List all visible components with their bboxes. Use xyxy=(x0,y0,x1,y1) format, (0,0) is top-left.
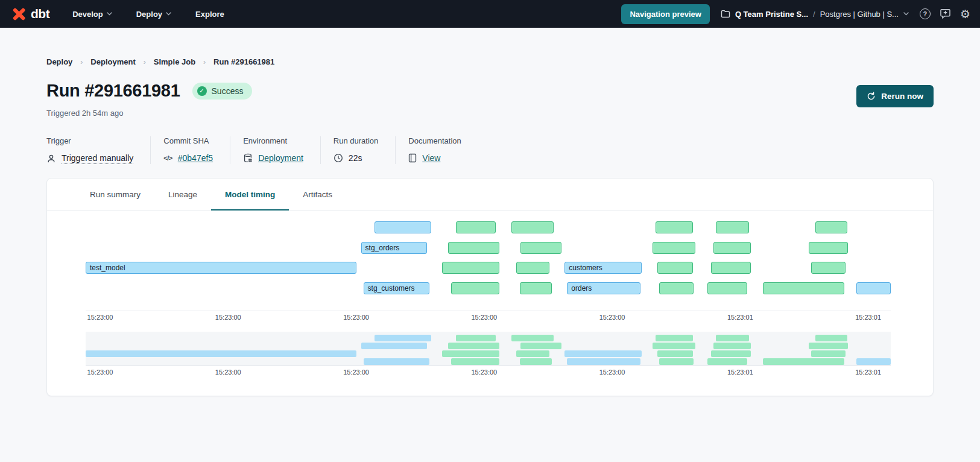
nav-deploy[interactable]: Deploy xyxy=(136,10,171,19)
run-detail-page: Deploy › Deployment › SImple Job › Run #… xyxy=(46,28,934,396)
gantt-bar[interactable] xyxy=(520,343,561,349)
gantt-bar[interactable] xyxy=(656,335,692,341)
trigger-value[interactable]: Triggered manually xyxy=(62,153,133,164)
time-axis-line xyxy=(86,311,891,311)
gantt-bar[interactable] xyxy=(815,335,847,341)
tab-model-timing[interactable]: Model timing xyxy=(211,179,289,210)
gantt-bar[interactable] xyxy=(711,350,750,357)
rerun-now-button[interactable]: Rerun now xyxy=(856,85,934,107)
tab-lineage[interactable]: Lineage xyxy=(154,179,211,210)
gantt-bar[interactable] xyxy=(375,221,431,233)
project-name: Postgres | Github | S... xyxy=(820,10,899,19)
breadcrumb-deployment[interactable]: Deployment xyxy=(90,57,135,66)
gantt-bar[interactable] xyxy=(659,282,694,294)
gantt-bar-stg_customers[interactable] xyxy=(364,358,429,365)
documentation-view-link[interactable]: View xyxy=(422,153,440,163)
gantt-bar[interactable] xyxy=(520,282,552,294)
gantt-bar[interactable] xyxy=(653,343,695,349)
axis-tick-label: 15:23:00 xyxy=(215,369,241,376)
gantt-bar-customers[interactable]: customers xyxy=(564,262,642,274)
gantt-bar[interactable] xyxy=(448,242,499,254)
gantt-bar[interactable] xyxy=(716,335,749,341)
nav-develop-label: Develop xyxy=(72,10,103,19)
gantt-bar[interactable] xyxy=(442,262,499,274)
gantt-bar-stg_orders[interactable] xyxy=(361,343,427,349)
gantt-bar-orders[interactable]: orders xyxy=(567,282,640,294)
gantt-bar-stg_orders[interactable]: stg_orders xyxy=(361,242,427,254)
gantt-bar[interactable] xyxy=(456,335,495,341)
gear-icon[interactable]: ⚙ xyxy=(960,8,970,20)
axis-tick-label: 15:23:01 xyxy=(855,314,881,321)
gantt-bar[interactable] xyxy=(442,350,499,357)
gantt-chart-overview[interactable] xyxy=(86,332,891,366)
chevron-down-icon xyxy=(903,12,909,16)
tab-run-summary[interactable]: Run summary xyxy=(76,179,154,210)
axis-tick-label: 15:23:00 xyxy=(343,369,369,376)
gantt-bar[interactable] xyxy=(520,242,561,254)
account-project-picker[interactable]: Q Team Pristine S... / Postgres | Github… xyxy=(721,10,909,19)
gantt-bar[interactable] xyxy=(451,358,499,365)
gantt-bar-test_model[interactable]: test_model xyxy=(86,262,356,274)
breadcrumb-separator: › xyxy=(203,58,206,66)
gantt-bar-customers[interactable] xyxy=(564,350,642,357)
gantt-bar[interactable] xyxy=(763,282,844,294)
breadcrumb-job[interactable]: SImple Job xyxy=(154,57,195,66)
meta-commit-label: Commit SHA xyxy=(163,136,213,145)
run-detail-card: Run summary Lineage Model timing Artifac… xyxy=(46,178,934,396)
gantt-bar[interactable] xyxy=(375,335,431,341)
gantt-bar[interactable] xyxy=(811,350,846,357)
nav-explore[interactable]: Explore xyxy=(195,10,224,19)
gantt-bar[interactable] xyxy=(516,350,549,357)
refresh-icon xyxy=(867,92,876,101)
gantt-bar[interactable] xyxy=(657,350,693,357)
gantt-bar[interactable] xyxy=(815,221,847,233)
meta-documentation-label: Documentation xyxy=(408,136,461,145)
gantt-bar[interactable] xyxy=(711,262,750,274)
gantt-bar[interactable] xyxy=(716,221,749,233)
gantt-bar[interactable] xyxy=(707,358,748,365)
run-tabs: Run summary Lineage Model timing Artifac… xyxy=(47,179,933,210)
commit-sha-link[interactable]: #0b47ef5 xyxy=(178,153,213,163)
meta-trigger-label: Trigger xyxy=(46,136,133,145)
status-badge: ✓ Success xyxy=(192,83,253,100)
gantt-bar[interactable] xyxy=(811,262,846,274)
help-icon[interactable]: ? xyxy=(920,8,931,19)
gantt-bar[interactable] xyxy=(516,262,549,274)
axis-tick-label: 15:23:00 xyxy=(599,369,625,376)
gantt-bar[interactable] xyxy=(809,343,848,349)
gantt-bar[interactable] xyxy=(448,343,499,349)
gantt-bar[interactable] xyxy=(511,335,553,341)
breadcrumb-separator: › xyxy=(80,58,83,66)
gantt-bar[interactable] xyxy=(707,282,748,294)
breadcrumb-deploy[interactable]: Deploy xyxy=(46,57,72,66)
gantt-bar[interactable] xyxy=(713,242,750,254)
run-meta-row: Trigger Triggered manually Commit SHA </… xyxy=(46,136,934,164)
gantt-bar[interactable] xyxy=(511,221,553,233)
gantt-bar[interactable] xyxy=(657,262,693,274)
environment-link[interactable]: Deployment xyxy=(258,153,303,163)
gantt-bar[interactable] xyxy=(856,282,891,294)
gantt-bar[interactable] xyxy=(763,358,844,365)
gantt-bar[interactable] xyxy=(451,282,499,294)
gantt-bar[interactable] xyxy=(456,221,495,233)
gantt-bar[interactable] xyxy=(659,358,694,365)
nav-develop[interactable]: Develop xyxy=(72,10,112,19)
gantt-bar[interactable] xyxy=(656,221,692,233)
gantt-bar-test_model[interactable] xyxy=(86,350,356,357)
feedback-icon[interactable] xyxy=(940,8,951,19)
tab-artifacts[interactable]: Artifacts xyxy=(289,179,346,210)
account-name: Q Team Pristine S... xyxy=(735,10,808,19)
gantt-bar[interactable] xyxy=(520,358,552,365)
navigation-preview-button[interactable]: Navigation preview xyxy=(621,4,709,24)
gantt-bar-orders[interactable] xyxy=(567,358,640,365)
gantt-bar[interactable] xyxy=(809,242,848,254)
breadcrumb: Deploy › Deployment › SImple Job › Run #… xyxy=(46,28,934,66)
dbt-logo[interactable]: dbt xyxy=(11,6,49,22)
gantt-bar[interactable] xyxy=(713,343,750,349)
gantt-bar[interactable] xyxy=(856,358,891,365)
gantt-bar[interactable] xyxy=(653,242,695,254)
axis-tick-label: 15:23:01 xyxy=(855,369,881,376)
page-title: Run #291661981 xyxy=(46,81,180,101)
gantt-bar-stg_customers[interactable]: stg_customers xyxy=(364,282,429,294)
account-separator: / xyxy=(813,10,815,19)
